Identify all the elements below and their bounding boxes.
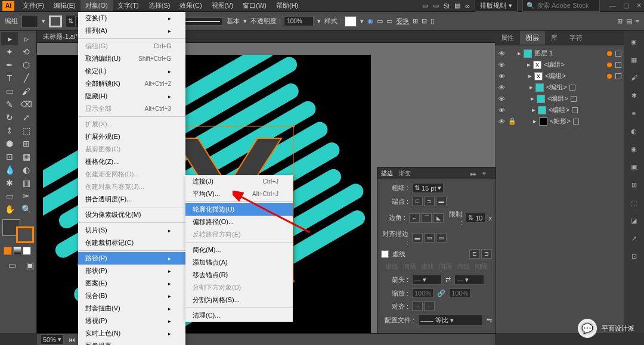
visibility-icon[interactable]: 👁 bbox=[497, 50, 506, 57]
panel-icon[interactable]: ▤ bbox=[454, 2, 460, 10]
brushes-panel-icon[interactable]: 🖌 bbox=[628, 72, 640, 83]
menu-7[interactable]: 窗口(W) bbox=[238, 0, 271, 11]
search-input[interactable]: 🔍 搜索 Adobe Stock bbox=[522, 0, 600, 12]
align-icon[interactable]: ⊟ bbox=[422, 17, 427, 25]
minimize-icon[interactable]: — bbox=[609, 2, 616, 10]
appearance-icon[interactable]: ◉ bbox=[628, 143, 640, 155]
nav-first[interactable]: ⏮ bbox=[69, 336, 75, 343]
weight-input[interactable]: ⇅15 pt▾ bbox=[412, 183, 444, 193]
menu-item[interactable]: 混合(B) bbox=[78, 290, 185, 302]
recolor-icon[interactable]: ◉ bbox=[367, 17, 373, 25]
transform-panel-icon[interactable]: ⬚ bbox=[628, 197, 640, 209]
menu-item[interactable]: 偏移路径(O)... bbox=[185, 216, 293, 228]
menu-item[interactable]: 锁定(L) bbox=[78, 65, 185, 77]
color-panel-icon[interactable]: ◉ bbox=[628, 36, 640, 48]
color-swatches[interactable] bbox=[2, 219, 34, 243]
eyedropper-tool[interactable]: 💧 bbox=[1, 163, 18, 176]
menu-item[interactable]: 封套扭曲(V) bbox=[78, 302, 185, 315]
slice-tool[interactable]: ✂ bbox=[18, 189, 35, 203]
align-outside[interactable]: ▭ bbox=[436, 233, 447, 243]
join-bevel[interactable]: ◣ bbox=[433, 213, 444, 223]
align-icon[interactable]: ⊞ bbox=[413, 17, 418, 25]
menu-6[interactable]: 视图(V) bbox=[207, 0, 239, 11]
stroke-swatch[interactable] bbox=[49, 15, 62, 27]
menu-item[interactable]: 轮廓化描边(U) bbox=[185, 203, 293, 216]
menu-item[interactable]: 隐藏(H) bbox=[78, 90, 185, 102]
perspective-tool[interactable]: ⊞ bbox=[18, 137, 35, 150]
menu-item[interactable]: 简化(M)... bbox=[185, 244, 293, 256]
scale-tool[interactable]: ⤢ bbox=[18, 111, 35, 124]
gradient-tab[interactable]: 渐变 bbox=[399, 169, 411, 178]
screen-mode[interactable]: ▭ bbox=[4, 259, 20, 272]
close-icon[interactable]: ✕ bbox=[636, 2, 642, 10]
menu-item[interactable]: 平均(V)...Alt+Ctrl+J bbox=[185, 188, 293, 200]
menu-item[interactable]: 清理(C)... bbox=[185, 309, 293, 322]
eraser-tool[interactable]: ⌫ bbox=[18, 98, 35, 111]
asset-export-icon[interactable]: ↗ bbox=[628, 232, 640, 244]
cap-square[interactable]: ▬ bbox=[436, 197, 447, 206]
join-miter[interactable]: ⌐ bbox=[409, 213, 420, 223]
menu-1[interactable]: 编辑(E) bbox=[49, 0, 80, 11]
curvature-tool[interactable]: ⬡ bbox=[18, 58, 35, 72]
menu-0[interactable]: 文件(F) bbox=[18, 0, 49, 11]
type-tool[interactable]: T bbox=[1, 72, 18, 85]
shape-builder[interactable]: ⬢ bbox=[1, 137, 18, 150]
panel-icon[interactable]: St bbox=[444, 2, 450, 10]
graphic-style[interactable] bbox=[345, 16, 357, 27]
join-round[interactable]: ⌒ bbox=[421, 213, 432, 223]
menu-2[interactable]: 对象(O) bbox=[80, 0, 113, 11]
rotate-tool[interactable]: ↻ bbox=[1, 111, 18, 124]
menu-item[interactable]: 全部解锁(K)Alt+Ctrl+2 bbox=[78, 77, 185, 90]
menu-item[interactable]: 取消编组(U)Shift+Ctrl+G bbox=[78, 52, 185, 65]
arrange-icon[interactable]: ⊞ bbox=[617, 17, 623, 25]
rectangle-tool[interactable]: ▭ bbox=[1, 85, 18, 98]
layer-row[interactable]: 👁 ▸ 图层 1 bbox=[495, 48, 624, 59]
arrange-icon[interactable]: ≡ bbox=[636, 18, 639, 25]
visibility-icon[interactable]: 👁 bbox=[497, 107, 506, 114]
layer-row[interactable]: 👁 🔒 ▸ <矩形> bbox=[495, 116, 624, 127]
blend-tool[interactable]: ◐ bbox=[18, 163, 35, 176]
menu-item[interactable]: 图像描摹 bbox=[78, 340, 185, 345]
menu-item[interactable]: 栅格化(Z)... bbox=[78, 156, 185, 168]
panel-tab[interactable]: 图层 bbox=[520, 31, 545, 45]
layer-row[interactable]: 👁 ▸ X <编组> bbox=[495, 70, 624, 82]
swap-arrows[interactable]: ⇄ bbox=[445, 276, 451, 284]
graph-tool[interactable]: ▥ bbox=[18, 176, 35, 189]
menu-item[interactable]: 切片(S) bbox=[78, 224, 185, 237]
panel-icon[interactable]: ▭ bbox=[422, 2, 428, 10]
collapse-icon[interactable]: ▸▸ bbox=[470, 170, 476, 177]
menu-5[interactable]: 效果(C) bbox=[175, 0, 206, 11]
menu-item[interactable]: 扩展外观(E) bbox=[78, 130, 185, 143]
direct-select-tool[interactable]: ▹ bbox=[18, 32, 35, 45]
libraries-icon[interactable]: ⊡ bbox=[628, 250, 640, 262]
visibility-icon[interactable]: 👁 bbox=[497, 61, 506, 69]
align-inside[interactable]: ▭ bbox=[424, 233, 435, 243]
opacity-input[interactable] bbox=[284, 16, 314, 26]
mesh-tool[interactable]: ⊡ bbox=[1, 150, 18, 163]
stroke-tab[interactable]: 描边 bbox=[381, 169, 393, 178]
swatches-panel-icon[interactable]: ▦ bbox=[628, 54, 640, 66]
line-tool[interactable]: ╱ bbox=[18, 72, 35, 85]
selection-tool[interactable]: ▸ bbox=[1, 32, 18, 45]
align-icon[interactable]: ▭ bbox=[386, 17, 392, 25]
magic-wand-tool[interactable]: ✦ bbox=[1, 45, 18, 58]
visibility-icon[interactable]: 👁 bbox=[497, 95, 506, 102]
pathfinder-icon[interactable]: ◪ bbox=[628, 215, 640, 226]
artboard-tool[interactable]: ▭ bbox=[1, 189, 18, 203]
menu-item[interactable]: 实时上色(N) bbox=[78, 327, 185, 340]
arrow-end[interactable]: —▾ bbox=[454, 275, 484, 285]
menu-item[interactable]: 排列(A) bbox=[78, 24, 185, 37]
menu-8[interactable]: 帮助(H) bbox=[271, 0, 303, 11]
arrow-start[interactable]: —▾ bbox=[412, 275, 442, 285]
panel-tab[interactable]: 库 bbox=[545, 31, 564, 45]
none-mode[interactable] bbox=[23, 247, 31, 255]
stroke-panel-icon[interactable]: ≡ bbox=[628, 107, 640, 119]
panel-menu-icon[interactable]: ≡ bbox=[482, 170, 486, 177]
fill-swatch[interactable] bbox=[21, 15, 38, 28]
layer-row[interactable]: 👁 ▸ <编组> bbox=[495, 93, 624, 104]
menu-item[interactable]: 移去锚点(R) bbox=[185, 269, 293, 281]
free-transform[interactable]: ⬚ bbox=[18, 124, 35, 137]
pen-tool[interactable]: ✒ bbox=[1, 58, 18, 72]
cap-round[interactable]: ⊃ bbox=[424, 197, 435, 206]
panel-tab[interactable]: 属性 bbox=[495, 31, 520, 45]
